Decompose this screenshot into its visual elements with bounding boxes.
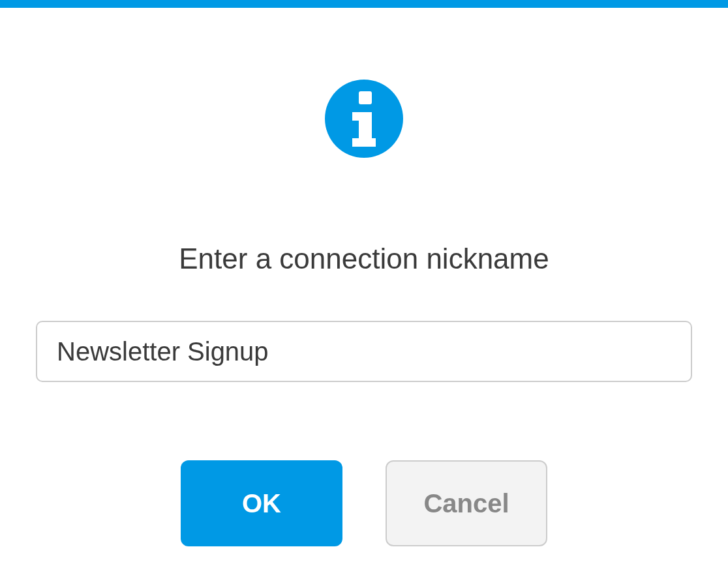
cancel-button[interactable]: Cancel [386,460,547,546]
svg-rect-0 [359,91,372,104]
nickname-input[interactable] [36,321,692,382]
nickname-dialog: Enter a connection nickname OK Cancel [0,8,728,546]
top-accent-bar [0,0,728,8]
button-row: OK Cancel [181,460,547,546]
ok-button[interactable]: OK [181,460,342,546]
dialog-title: Enter a connection nickname [179,243,549,275]
info-icon [325,80,403,158]
